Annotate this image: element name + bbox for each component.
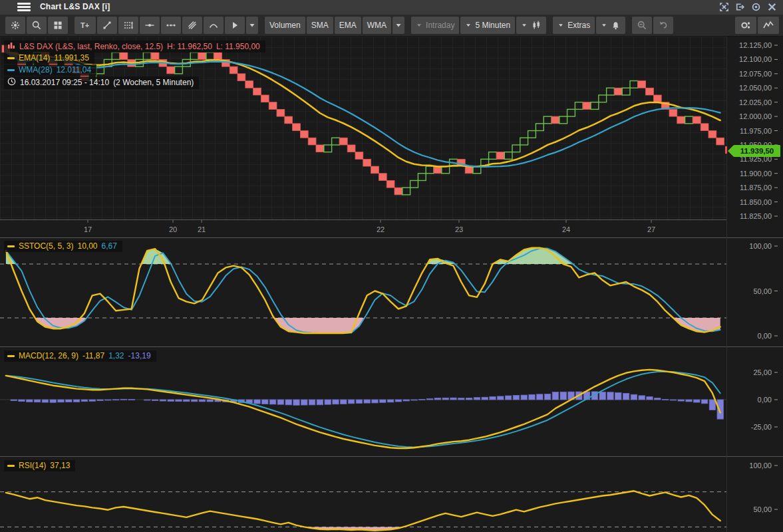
macd-histogram-bar — [269, 400, 275, 404]
clock-icon — [7, 77, 16, 88]
sma-label: SMA — [311, 21, 329, 30]
macd-histogram-bar — [356, 400, 362, 403]
macd-histogram-bar — [411, 400, 417, 400]
arc-tool-button[interactable] — [204, 17, 224, 34]
renko-brick-up — [607, 88, 615, 95]
main-chart-plot[interactable]: 1720212223242712.125,0012.100,0012.075,0… — [0, 37, 783, 238]
expand-icon[interactable] — [718, 1, 730, 13]
macd-histogram-bar — [120, 399, 126, 400]
zoom-out-button[interactable] — [632, 17, 652, 34]
rsi-legend[interactable]: RSI(14) 37,13 — [4, 460, 75, 471]
renko-brick-down — [708, 131, 716, 138]
pop-out-icon[interactable] — [734, 1, 746, 13]
macd-panel-plot[interactable]: 25,000,00-25,00 — [0, 347, 783, 457]
axis-tick-label: 100,00 — [749, 462, 772, 469]
renko-brick-up — [402, 188, 410, 195]
macd-signal-value: 1,32 — [108, 351, 124, 360]
wma-button[interactable]: WMA — [363, 17, 391, 34]
wma-label: WMA — [367, 21, 387, 30]
renko-brick-down — [701, 124, 708, 131]
layout-button[interactable] — [48, 17, 68, 34]
macd-histogram-bar — [544, 394, 550, 400]
text-tool-button[interactable]: T+ — [75, 17, 96, 34]
menu-icon[interactable] — [17, 3, 31, 12]
axis-tick-label: 11.975,00 — [740, 127, 772, 135]
record-icon[interactable] — [750, 1, 762, 13]
macd-histogram-bar — [199, 400, 205, 402]
extras-dropdown[interactable]: Extras — [553, 17, 595, 34]
macd-histogram-bar — [112, 400, 118, 400]
renko-brick-up — [504, 152, 512, 160]
macd-histogram-bar — [529, 394, 535, 400]
settings-button[interactable] — [5, 17, 25, 34]
renko-brick-down — [293, 124, 301, 131]
renko-brick-down — [716, 138, 724, 145]
drawing-tools-dropdown[interactable] — [246, 17, 258, 34]
macd-histogram-bar — [552, 392, 558, 400]
axis-tick-label: 0,00 — [758, 332, 772, 340]
macd-histogram-bar — [442, 398, 448, 400]
macd-histogram-bar — [623, 393, 629, 400]
bar-chart-icon — [7, 41, 15, 51]
stochastic-name: SSTOC(5, 5, 3) — [19, 241, 73, 251]
pointer-tool-button[interactable] — [225, 17, 245, 34]
chart-type-dropdown[interactable] — [516, 17, 546, 34]
line-chart-mode-button[interactable] — [758, 17, 779, 34]
renko-brick-down — [237, 74, 245, 81]
macd-legend[interactable]: MACD(12, 26, 9) -11,87 1,32 -13,19 — [4, 350, 156, 362]
renko-brick-up — [332, 138, 340, 145]
renko-brick-up — [575, 102, 583, 110]
ema-button[interactable]: EMA — [335, 17, 361, 34]
undo-button[interactable] — [653, 17, 673, 34]
trendline-tool-button[interactable] — [97, 17, 117, 34]
indicator-dropdown[interactable] — [392, 17, 404, 34]
macd-histogram-bar — [34, 400, 40, 402]
wma-legend[interactable]: WMA(28) 12.011,04 — [4, 65, 96, 76]
panel-separator[interactable] — [0, 346, 783, 347]
macd-histogram-bar — [285, 400, 291, 405]
macd-histogram-bar — [537, 394, 543, 400]
panel-separator[interactable] — [0, 456, 783, 457]
window-title: Chart L&S DAX [i] — [40, 2, 110, 11]
renko-brick-down — [253, 88, 261, 95]
renko-brick-up — [528, 131, 536, 138]
horizontal-line-tool-button[interactable] — [140, 17, 160, 34]
chart-application-window: Chart L&S DAX [i] T+ Volumen SMA — [0, 0, 783, 532]
stochastic-legend[interactable]: SSTOC(5, 5, 3) 10,00 6,67 — [4, 241, 122, 252]
time-tick-label: 27 — [647, 225, 655, 233]
renko-brick-down — [347, 145, 355, 152]
macd-histogram-bar — [670, 400, 676, 400]
fibonacci-tool-button[interactable] — [118, 17, 138, 34]
ema-legend[interactable]: EMA(14) 11.991,35 — [4, 53, 94, 64]
renko-brick-up — [112, 53, 120, 60]
macd-histogram-bar — [521, 395, 527, 400]
stochastic-panel-plot[interactable]: 100,0050,000,00 — [0, 238, 783, 347]
display-mode-button[interactable] — [735, 17, 756, 34]
timeframe-dropdown[interactable]: 5 Minuten — [460, 17, 515, 34]
sma-button[interactable]: SMA — [307, 17, 333, 34]
macd-histogram-bar — [301, 400, 307, 405]
macd-histogram-bar — [325, 400, 331, 404]
dotted-line-tool-button[interactable] — [161, 17, 181, 34]
svg-text:T+: T+ — [80, 21, 89, 29]
instrument-legend[interactable]: L&S DAX (L&S, last, Renko, close, 12.5) … — [4, 41, 265, 53]
renko-brick-up — [630, 81, 638, 88]
intraday-dropdown[interactable]: Intraday — [411, 17, 459, 34]
time-range-note: (2 Wochen, 5 Minuten) — [113, 78, 194, 87]
last-trade-tick — [725, 146, 727, 154]
macd-histogram-bar — [89, 400, 95, 401]
macd-histogram-bar — [81, 400, 87, 402]
renko-brick-up — [536, 124, 544, 131]
freehand-tool-button[interactable] — [182, 17, 202, 34]
volumen-button[interactable]: Volumen — [265, 17, 305, 34]
series-line — [6, 491, 720, 530]
macd-histogram-bar — [262, 400, 268, 404]
alerts-dropdown[interactable] — [596, 17, 625, 34]
renko-brick-up — [175, 66, 183, 74]
panel-separator[interactable] — [0, 237, 783, 238]
zoom-in-button[interactable] — [27, 17, 47, 34]
close-icon[interactable] — [766, 1, 778, 13]
rsi-panel-plot[interactable]: 100,0050,00 — [0, 457, 783, 532]
last-price-value: 11.939,50 — [740, 147, 774, 155]
renko-brick-down — [308, 138, 316, 145]
